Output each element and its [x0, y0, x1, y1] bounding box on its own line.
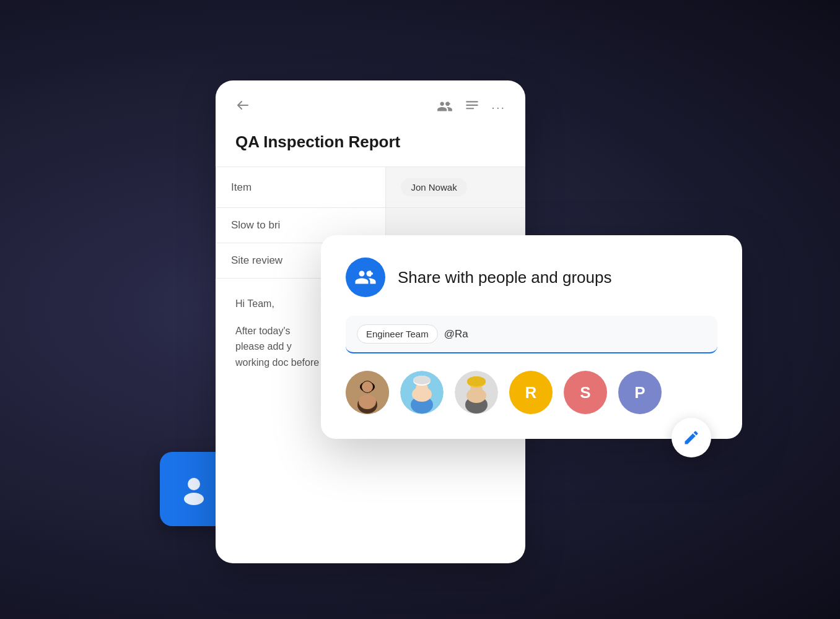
table-row: Item Jon Nowak	[216, 167, 525, 208]
avatar-3[interactable]	[455, 371, 498, 414]
share-header: Share with people and groups	[346, 258, 717, 297]
share-input-area[interactable]: Engineer Team	[346, 316, 717, 353]
svg-point-9	[359, 394, 376, 409]
svg-point-15	[413, 376, 431, 384]
avatar-p-label: P	[634, 383, 645, 402]
jon-badge: Jon Nowak	[401, 178, 466, 196]
more-options-button[interactable]: ···	[491, 100, 505, 115]
engineer-team-chip[interactable]: Engineer Team	[357, 324, 438, 344]
share-icon-circle	[346, 258, 385, 297]
value-cell: Jon Nowak	[386, 167, 525, 208]
add-person-button[interactable]	[437, 98, 453, 116]
avatar-p[interactable]: P	[618, 371, 662, 414]
svg-rect-4	[466, 108, 475, 109]
back-button[interactable]	[235, 98, 250, 116]
svg-point-10	[362, 381, 373, 392]
avatar-2[interactable]	[400, 371, 444, 414]
svg-rect-3	[466, 104, 479, 105]
item-cell: Item	[216, 167, 386, 208]
doc-view-button[interactable]	[464, 98, 480, 116]
svg-point-0	[188, 478, 200, 490]
share-dialog: Share with people and groups Engineer Te…	[321, 235, 742, 439]
share-search-input[interactable]	[444, 328, 706, 340]
share-title: Share with people and groups	[398, 268, 611, 287]
svg-point-1	[184, 493, 204, 505]
avatar-1[interactable]	[346, 371, 389, 414]
doc-title: QA Inspection Report	[216, 126, 525, 167]
edit-fab[interactable]	[672, 418, 711, 457]
avatar-r-label: R	[525, 383, 537, 402]
svg-point-22	[466, 388, 486, 403]
avatar-s-label: S	[580, 383, 590, 402]
doc-header: ···	[216, 80, 525, 126]
scene: ··· QA Inspection Report Item Jon Nowak …	[141, 56, 699, 563]
svg-rect-2	[466, 101, 479, 102]
person-icon	[177, 470, 211, 508]
avatars-row: R S P	[346, 371, 717, 414]
svg-point-16	[412, 387, 432, 402]
svg-point-21	[467, 376, 486, 386]
avatar-s[interactable]: S	[564, 371, 607, 414]
doc-header-icons: ···	[437, 98, 505, 116]
avatar-r[interactable]: R	[509, 371, 553, 414]
